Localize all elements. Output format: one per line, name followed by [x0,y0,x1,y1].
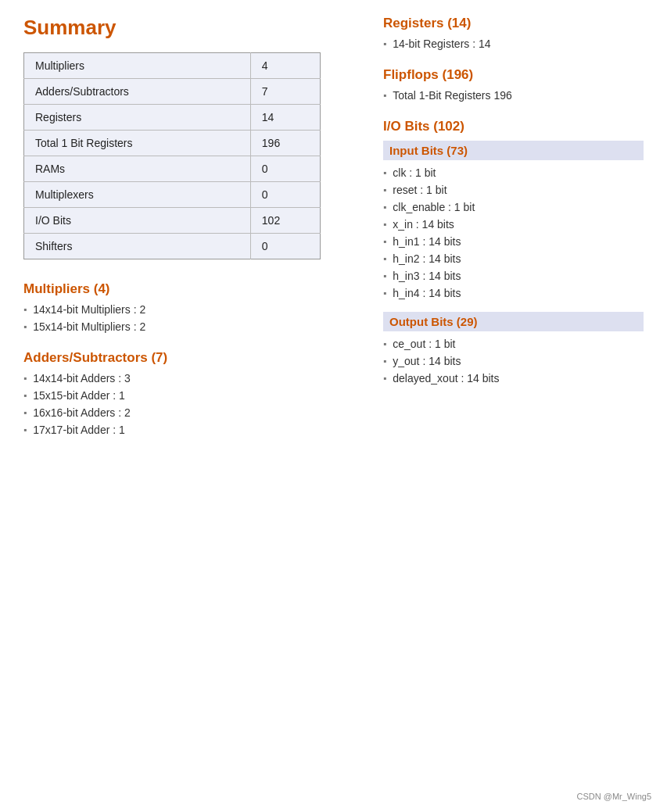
list-item: h_in1 : 14 bits [383,235,644,248]
list-item: 15x15-bit Adder : 1 [23,389,352,402]
subsection-title: Output Bits (29) [383,312,644,331]
table-row: Shifters 0 [24,234,321,259]
summary-table: Multipliers 4 Adders/Subtractors 7 Regis… [23,52,321,259]
row-value: 0 [250,156,320,182]
row-value: 14 [250,105,320,131]
left-column: Summary Multipliers 4 Adders/Subtractors… [23,16,352,453]
bullet-list: Total 1-Bit Registers 196 [383,89,644,102]
row-value: 0 [250,234,320,259]
table-row: Total 1 Bit Registers 196 [24,131,321,156]
section-block: I/O Bits (102)Input Bits (73)clk : 1 bit… [383,119,644,385]
row-value: 0 [250,182,320,208]
row-label: Total 1 Bit Registers [24,131,251,156]
row-label: Multipliers [24,53,251,79]
list-item: ce_out : 1 bit [383,338,644,350]
section-block: Flipflops (196)Total 1-Bit Registers 196 [383,67,644,102]
list-item: x_in : 14 bits [383,218,644,231]
watermark: CSDN @Mr_Wing5 [576,792,651,801]
subsection-title: Input Bits (73) [383,141,644,160]
section-title: Adders/Subtractors (7) [23,350,352,366]
section-block: Registers (14)14-bit Registers : 14 [383,16,644,50]
list-item: clk_enable : 1 bit [383,201,644,213]
row-value: 102 [250,208,320,234]
section-block: Multipliers (4)14x14-bit Multipliers : 2… [23,281,352,333]
list-item: h_in3 : 14 bits [383,270,644,282]
list-item: 14-bit Registers : 14 [383,38,644,50]
section-title: Flipflops (196) [383,67,644,83]
row-value: 7 [250,79,320,105]
list-item: 17x17-bit Adder : 1 [23,424,352,436]
main-layout: Summary Multipliers 4 Adders/Subtractors… [23,16,644,453]
list-item: 14x14-bit Multipliers : 2 [23,303,352,316]
table-row: Registers 14 [24,105,321,131]
row-label: RAMs [24,156,251,182]
row-label: Shifters [24,234,251,259]
table-row: Multiplexers 0 [24,182,321,208]
table-row: I/O Bits 102 [24,208,321,234]
page-title: Summary [23,16,352,40]
list-item: reset : 1 bit [383,184,644,196]
list-item: 14x14-bit Adders : 3 [23,372,352,385]
row-value: 4 [250,53,320,79]
row-label: Adders/Subtractors [24,79,251,105]
list-item: h_in4 : 14 bits [383,287,644,299]
bullet-list: 14x14-bit Multipliers : 215x14-bit Multi… [23,303,352,333]
bullet-list: ce_out : 1 bity_out : 14 bitsdelayed_xou… [383,338,644,385]
bullet-list: 14x14-bit Adders : 315x15-bit Adder : 11… [23,372,352,436]
row-label: Multiplexers [24,182,251,208]
list-item: h_in2 : 14 bits [383,252,644,265]
table-row: RAMs 0 [24,156,321,182]
section-title: Registers (14) [383,16,644,31]
table-row: Multipliers 4 [24,53,321,79]
bullet-list: 14-bit Registers : 14 [383,38,644,50]
bullet-list: clk : 1 bitreset : 1 bitclk_enable : 1 b… [383,166,644,299]
list-item: delayed_xout : 14 bits [383,372,644,385]
section-title: Multipliers (4) [23,281,352,297]
subsection-block: Input Bits (73)clk : 1 bitreset : 1 bitc… [383,141,644,299]
list-item: clk : 1 bit [383,166,644,179]
row-label: I/O Bits [24,208,251,234]
subsection-block: Output Bits (29)ce_out : 1 bity_out : 14… [383,312,644,385]
row-label: Registers [24,105,251,131]
table-row: Adders/Subtractors 7 [24,79,321,105]
list-item: 15x14-bit Multipliers : 2 [23,320,352,333]
right-column: Registers (14)14-bit Registers : 14Flipf… [383,16,644,402]
section-block: Adders/Subtractors (7)14x14-bit Adders :… [23,350,352,436]
list-item: 16x16-bit Adders : 2 [23,406,352,419]
list-item: Total 1-Bit Registers 196 [383,89,644,102]
section-title: I/O Bits (102) [383,119,644,134]
row-value: 196 [250,131,320,156]
list-item: y_out : 14 bits [383,355,644,367]
